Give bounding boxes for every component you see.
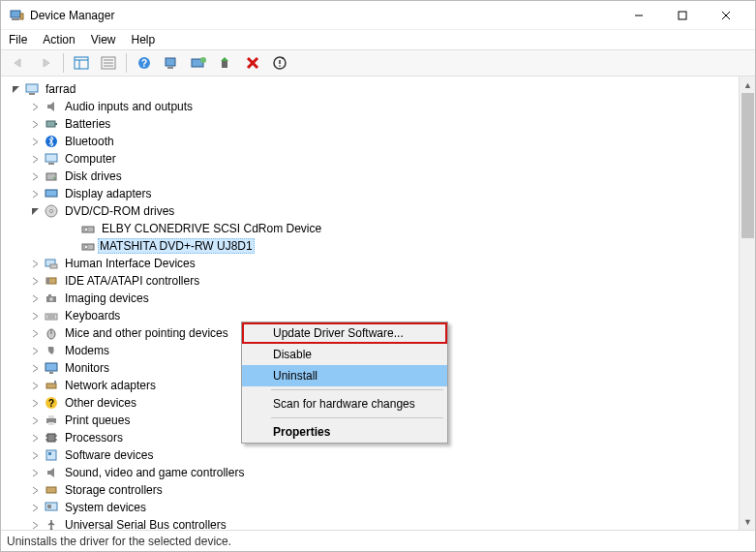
back-button[interactable] [7,52,30,74]
svg-text:?: ? [141,58,147,69]
computer-icon [24,81,40,97]
tree-item-software[interactable]: Software devices [5,446,739,464]
tree-item-system[interactable]: System devices [5,499,739,516]
chevron-right-icon[interactable] [28,431,42,445]
tree-label: Universal Serial Bus controllers [65,518,227,530]
menu-item-uninstall[interactable]: Uninstall [242,365,447,386]
tree-label: farrad [45,82,76,96]
tree-item-dvd[interactable]: DVD/CD-ROM drives [5,202,739,220]
chevron-right-icon[interactable] [28,501,42,514]
install-driver-icon[interactable] [214,52,237,74]
close-button[interactable] [704,2,747,29]
chevron-down-icon[interactable] [9,82,22,96]
scroll-up-button[interactable]: ▲ [740,77,755,93]
scroll-thumb[interactable] [741,93,754,238]
tree-item-disk[interactable]: Disk drives [5,168,739,185]
chevron-right-icon[interactable] [28,448,42,462]
chevron-right-icon[interactable] [28,466,42,479]
svg-rect-4 [679,12,686,19]
printer-icon [44,413,59,428]
tree-label: Network adapters [65,379,156,392]
chevron-right-icon[interactable] [28,344,42,357]
properties-icon[interactable] [97,52,120,74]
chevron-down-icon[interactable] [28,204,42,218]
chevron-right-icon[interactable] [28,169,42,183]
chevron-right-icon[interactable] [28,379,42,392]
menu-action[interactable]: Action [43,33,75,46]
chevron-right-icon[interactable] [28,291,42,305]
toolbar: ? [1,49,755,77]
uninstall-icon[interactable] [241,52,264,74]
tree-label: Software devices [65,448,153,462]
chevron-right-icon[interactable] [28,100,42,113]
maximize-button[interactable] [660,2,704,29]
tree-label: ELBY CLONEDRIVE SCSI CdRom Device [102,222,321,235]
chevron-right-icon[interactable] [28,396,42,410]
chevron-right-icon[interactable] [28,326,42,340]
tree-item-usb[interactable]: Universal Serial Bus controllers [5,516,739,530]
chevron-right-icon[interactable] [28,518,42,530]
vertical-scrollbar[interactable]: ▲ ▼ [739,77,755,530]
menu-file[interactable]: File [9,33,27,46]
svg-rect-69 [46,487,56,493]
svg-rect-25 [26,84,38,92]
svg-point-72 [50,529,53,531]
svg-point-33 [53,177,55,179]
tree-item-device[interactable]: ELBY CLONEDRIVE SCSI CdRom Device [5,220,739,237]
chevron-right-icon[interactable] [28,135,42,148]
show-hide-console-icon[interactable] [70,52,93,74]
svg-rect-47 [48,294,51,296]
disable-icon[interactable] [268,52,291,74]
menu-help[interactable]: Help [132,33,156,46]
chevron-right-icon[interactable] [28,414,42,427]
menu-item-update-driver[interactable]: Update Driver Software... [242,322,447,344]
help-icon[interactable]: ? [133,52,156,74]
usb-icon [44,517,59,530]
svg-point-24 [279,65,281,67]
svg-rect-34 [45,190,57,197]
tree-item-bluetooth[interactable]: Bluetooth [5,133,739,150]
menu-view[interactable]: View [91,33,116,46]
chevron-right-icon[interactable] [28,309,42,322]
svg-rect-30 [45,154,57,162]
chevron-right-icon[interactable] [28,152,42,166]
scroll-down-button[interactable]: ▼ [740,513,755,530]
tree-item-audio[interactable]: Audio inputs and outputs [5,98,739,115]
chevron-right-icon[interactable] [28,274,42,288]
tree-item-computer[interactable]: Computer [5,150,739,168]
svg-rect-61 [48,422,54,425]
tree-root[interactable]: farrad [5,80,739,98]
tree-item-batteries[interactable]: Batteries [5,115,739,133]
chevron-right-icon[interactable] [28,483,42,497]
app-icon [9,8,24,23]
camera-icon [44,291,59,306]
hid-icon [44,256,59,271]
forward-button[interactable] [34,52,57,74]
chevron-right-icon[interactable] [28,361,42,375]
svg-rect-26 [29,93,35,95]
storage-icon [44,482,59,498]
device-tree[interactable]: farrad Audio inputs and outputs Batterie… [1,77,739,530]
svg-rect-32 [46,173,56,180]
statusbar-text: Uninstalls the driver for the selected d… [7,535,231,548]
tree-item-ide[interactable]: IDE ATA/ATAPI controllers [5,272,739,290]
chevron-right-icon[interactable] [28,117,42,131]
chevron-right-icon[interactable] [28,257,42,270]
tree-item-imaging[interactable]: Imaging devices [5,290,739,307]
scan-icon[interactable] [160,52,183,74]
modem-icon [44,343,59,358]
tree-label: Audio inputs and outputs [65,100,193,113]
minimize-button[interactable] [617,2,660,29]
menu-item-disable[interactable]: Disable [242,344,447,365]
tree-item-sound[interactable]: Sound, video and game controllers [5,464,739,481]
update-driver-icon[interactable] [187,52,210,74]
menu-item-properties[interactable]: Properties [242,421,447,443]
tree-item-device-selected[interactable]: MATSHITA DVD+-RW UJ8D1 [5,237,739,255]
svg-rect-16 [166,58,175,66]
chevron-right-icon[interactable] [28,187,42,200]
tree-item-display[interactable]: Display adapters [5,185,739,202]
tree-item-hid[interactable]: Human Interface Devices [5,255,739,272]
tree-item-storage[interactable]: Storage controllers [5,481,739,499]
menu-item-scan[interactable]: Scan for hardware changes [242,393,447,414]
svg-rect-53 [45,363,57,371]
